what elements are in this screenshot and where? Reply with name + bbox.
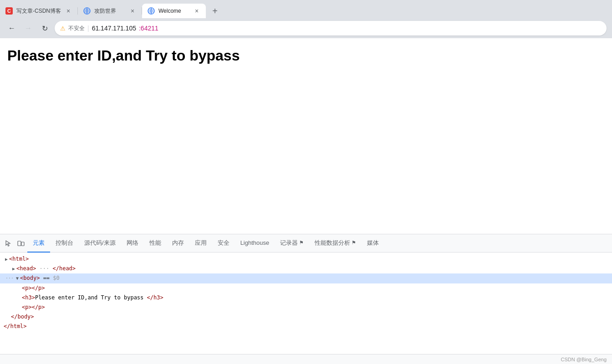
- dom-line-body[interactable]: ··· ▼ <body> == $0: [0, 273, 612, 283]
- page-content: Please enter ID,and Try to bypass: [0, 38, 612, 234]
- devtools-tab-console[interactable]: 控制台: [50, 234, 79, 253]
- url-separator: |: [87, 25, 89, 32]
- tab-csdn-close[interactable]: ×: [65, 7, 72, 15]
- devtools-tab-memory[interactable]: 内存: [167, 234, 189, 253]
- perf-insights-warn-icon: ⚑: [352, 240, 356, 246]
- dom-line-p2[interactable]: <p></p>: [0, 303, 612, 312]
- body-dot-indicator: ···: [5, 275, 14, 282]
- devtools-tab-application[interactable]: 应用: [189, 234, 212, 253]
- expand-body[interactable]: ▼: [15, 275, 20, 282]
- address-bar: ← → ↻ ⚠ 不安全 | 61.147.171.105:64211: [0, 18, 612, 38]
- welcome-favicon: [148, 7, 155, 15]
- tab-csdn[interactable]: C 写文章-CSDN博客 ×: [0, 4, 77, 18]
- dom-line-head[interactable]: ▶ <head> ··· </head>: [0, 264, 612, 273]
- csdn-favicon: C: [5, 7, 13, 15]
- reload-button[interactable]: ↻: [38, 22, 51, 35]
- forward-button[interactable]: →: [22, 22, 35, 35]
- devtools-tab-recorder[interactable]: 记录器 ⚑: [275, 234, 309, 253]
- not-secure-label: 不安全: [68, 25, 85, 32]
- tab-csdn-title: 写文章-CSDN博客: [16, 7, 61, 15]
- tab-attack[interactable]: 攻防世界 ×: [78, 4, 142, 18]
- devtools-tab-sources[interactable]: 源代码/来源: [79, 234, 121, 253]
- devtools-tab-media[interactable]: 媒体: [362, 234, 384, 253]
- bottom-bar-credit: CSDN @Bing_Geng: [561, 357, 607, 362]
- url-port: :64211: [139, 25, 158, 32]
- omnibox[interactable]: ⚠ 不安全 | 61.147.171.105:64211: [55, 21, 607, 35]
- dom-line-p1[interactable]: <p></p>: [0, 283, 612, 293]
- dom-line-html-close[interactable]: </html>: [0, 322, 612, 331]
- dom-line-html[interactable]: ▶ <html>: [0, 254, 612, 264]
- expand-html[interactable]: ▶: [4, 256, 9, 263]
- new-tab-button[interactable]: +: [208, 4, 222, 18]
- devtools-tab-performance[interactable]: 性能: [144, 234, 167, 253]
- expand-head[interactable]: ▶: [11, 265, 16, 273]
- attack-favicon: [83, 7, 91, 15]
- tab-attack-close[interactable]: ×: [129, 7, 136, 15]
- page-heading: Please enter ID,and Try to bypass: [7, 47, 605, 64]
- tab-bar: C 写文章-CSDN博客 × 攻防世界 × Welcome × +: [0, 0, 612, 18]
- tab-welcome[interactable]: Welcome ×: [142, 4, 206, 18]
- devtools-tab-network[interactable]: 网络: [121, 234, 144, 253]
- back-button[interactable]: ←: [5, 22, 18, 35]
- recorder-warn-icon: ⚑: [299, 240, 304, 246]
- dom-line-body-close[interactable]: </body>: [0, 312, 612, 322]
- browser-chrome: C 写文章-CSDN博客 × 攻防世界 × Welcome × + ← → ↻: [0, 0, 612, 38]
- devtools-tab-elements[interactable]: 元素: [27, 234, 50, 253]
- device-icon-btn[interactable]: [15, 237, 27, 250]
- tab-welcome-close[interactable]: ×: [193, 7, 200, 15]
- devtools-tab-security[interactable]: 安全: [212, 234, 235, 253]
- devtools-tab-lighthouse[interactable]: Lighthouse: [235, 234, 275, 253]
- devtools-panel: 元素 控制台 源代码/来源 网络 性能 内存 应用 安全 Lighthouse …: [0, 234, 612, 364]
- devtools-tab-perf-insights[interactable]: 性能数据分析 ⚑: [309, 234, 362, 253]
- dom-viewer: ▶ <html> ▶ <head> ··· </head> ··· ▼ <bod…: [0, 253, 612, 354]
- tab-attack-title: 攻防世界: [94, 7, 125, 15]
- devtools-bottom-bar: CSDN @Bing_Geng: [0, 354, 612, 364]
- url-host: 61.147.171.105: [92, 25, 136, 32]
- security-warning-icon: ⚠: [60, 25, 66, 32]
- dom-line-h3[interactable]: <h3> Please enter ID,and Try to bypass <…: [0, 293, 612, 303]
- tab-welcome-title: Welcome: [158, 8, 189, 14]
- svg-rect-3: [21, 242, 24, 246]
- devtools-toolbar: 元素 控制台 源代码/来源 网络 性能 内存 应用 安全 Lighthouse …: [0, 234, 612, 253]
- cursor-icon-btn[interactable]: [2, 237, 15, 250]
- svg-rect-2: [18, 241, 21, 246]
